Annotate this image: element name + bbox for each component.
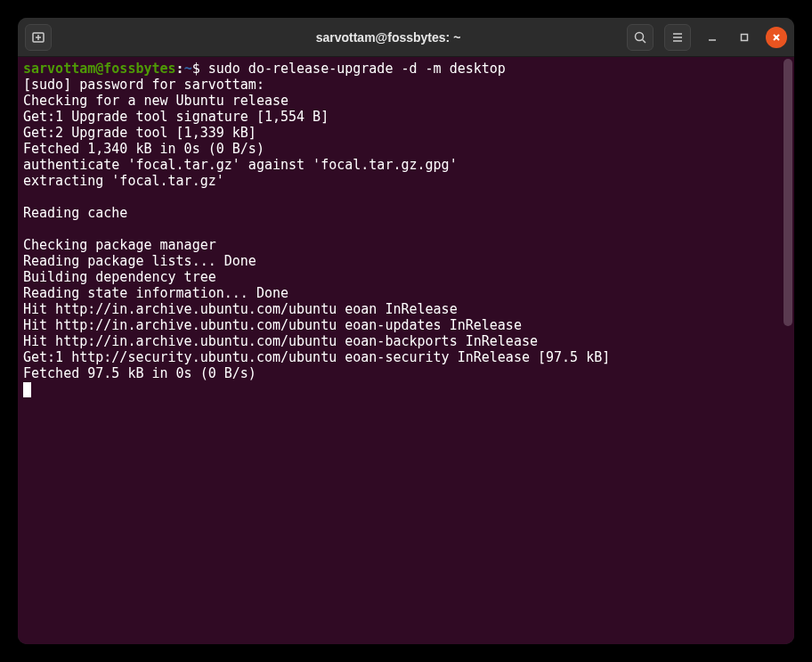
menu-button[interactable] bbox=[664, 24, 691, 51]
minimize-icon bbox=[707, 32, 718, 43]
titlebar: sarvottam@fossbytes: ~ bbox=[18, 18, 794, 57]
terminal-output: [sudo] password for sarvottam: Checking … bbox=[23, 77, 610, 381]
scrollbar-thumb[interactable] bbox=[784, 59, 792, 326]
prompt-user-host: sarvottam@fossbytes bbox=[23, 61, 176, 77]
search-icon bbox=[633, 30, 647, 45]
search-button[interactable] bbox=[627, 24, 654, 51]
new-tab-button[interactable] bbox=[25, 24, 52, 51]
svg-point-3 bbox=[636, 32, 644, 40]
command-text: sudo do-release-upgrade -d -m desktop bbox=[208, 61, 506, 77]
terminal-body[interactable]: sarvottam@fossbytes:~$ sudo do-release-u… bbox=[18, 57, 794, 644]
svg-line-4 bbox=[643, 39, 646, 43]
hamburger-icon bbox=[670, 30, 685, 45]
close-icon bbox=[771, 32, 782, 43]
prompt-dollar: $ bbox=[192, 61, 208, 77]
maximize-button[interactable] bbox=[734, 27, 755, 48]
prompt-path: ~ bbox=[184, 61, 192, 77]
window-title: sarvottam@fossbytes: ~ bbox=[167, 30, 609, 45]
terminal-cursor bbox=[23, 382, 31, 397]
new-tab-icon bbox=[31, 30, 45, 45]
maximize-icon bbox=[739, 32, 750, 43]
terminal-window: sarvottam@fossbytes: ~ bbox=[18, 18, 794, 644]
close-button[interactable] bbox=[766, 27, 787, 48]
terminal-content: sarvottam@fossbytes:~$ sudo do-release-u… bbox=[21, 61, 791, 397]
svg-rect-9 bbox=[742, 34, 748, 40]
prompt-colon: : bbox=[176, 61, 184, 77]
minimize-button[interactable] bbox=[702, 27, 723, 48]
